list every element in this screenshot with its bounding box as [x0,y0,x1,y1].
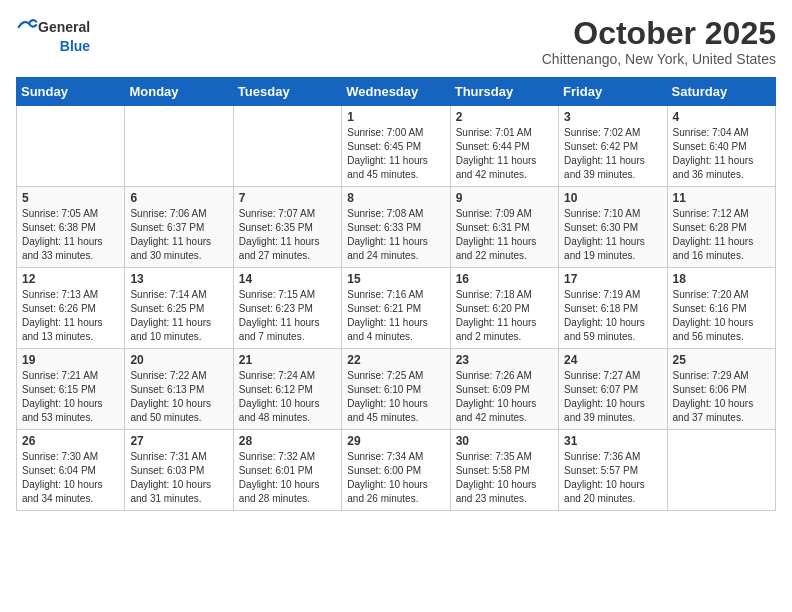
day-number: 31 [564,434,661,448]
calendar-cell: 24Sunrise: 7:27 AM Sunset: 6:07 PM Dayli… [559,349,667,430]
calendar-cell [125,106,233,187]
calendar-cell: 25Sunrise: 7:29 AM Sunset: 6:06 PM Dayli… [667,349,775,430]
day-number: 14 [239,272,336,286]
day-info: Sunrise: 7:10 AM Sunset: 6:30 PM Dayligh… [564,207,661,263]
day-number: 20 [130,353,227,367]
calendar-cell: 31Sunrise: 7:36 AM Sunset: 5:57 PM Dayli… [559,430,667,511]
day-number: 18 [673,272,770,286]
calendar-cell: 21Sunrise: 7:24 AM Sunset: 6:12 PM Dayli… [233,349,341,430]
day-number: 4 [673,110,770,124]
day-info: Sunrise: 7:00 AM Sunset: 6:45 PM Dayligh… [347,126,444,182]
day-info: Sunrise: 7:21 AM Sunset: 6:15 PM Dayligh… [22,369,119,425]
day-info: Sunrise: 7:12 AM Sunset: 6:28 PM Dayligh… [673,207,770,263]
day-number: 24 [564,353,661,367]
day-info: Sunrise: 7:01 AM Sunset: 6:44 PM Dayligh… [456,126,553,182]
logo-icon [16,16,38,38]
day-info: Sunrise: 7:29 AM Sunset: 6:06 PM Dayligh… [673,369,770,425]
day-info: Sunrise: 7:19 AM Sunset: 6:18 PM Dayligh… [564,288,661,344]
day-info: Sunrise: 7:05 AM Sunset: 6:38 PM Dayligh… [22,207,119,263]
calendar-cell: 29Sunrise: 7:34 AM Sunset: 6:00 PM Dayli… [342,430,450,511]
weekday-header: Friday [559,78,667,106]
day-info: Sunrise: 7:14 AM Sunset: 6:25 PM Dayligh… [130,288,227,344]
day-info: Sunrise: 7:20 AM Sunset: 6:16 PM Dayligh… [673,288,770,344]
calendar-cell: 1Sunrise: 7:00 AM Sunset: 6:45 PM Daylig… [342,106,450,187]
day-info: Sunrise: 7:07 AM Sunset: 6:35 PM Dayligh… [239,207,336,263]
day-number: 28 [239,434,336,448]
calendar-cell: 30Sunrise: 7:35 AM Sunset: 5:58 PM Dayli… [450,430,558,511]
calendar-week-row: 5Sunrise: 7:05 AM Sunset: 6:38 PM Daylig… [17,187,776,268]
calendar-cell: 5Sunrise: 7:05 AM Sunset: 6:38 PM Daylig… [17,187,125,268]
calendar-cell: 14Sunrise: 7:15 AM Sunset: 6:23 PM Dayli… [233,268,341,349]
calendar-cell [667,430,775,511]
day-info: Sunrise: 7:15 AM Sunset: 6:23 PM Dayligh… [239,288,336,344]
title-area: October 2025 Chittenango, New York, Unit… [542,16,776,67]
day-number: 13 [130,272,227,286]
calendar-table: SundayMondayTuesdayWednesdayThursdayFrid… [16,77,776,511]
calendar-cell: 19Sunrise: 7:21 AM Sunset: 6:15 PM Dayli… [17,349,125,430]
day-number: 29 [347,434,444,448]
day-number: 26 [22,434,119,448]
day-info: Sunrise: 7:35 AM Sunset: 5:58 PM Dayligh… [456,450,553,506]
day-number: 30 [456,434,553,448]
day-number: 3 [564,110,661,124]
day-number: 19 [22,353,119,367]
weekday-header: Monday [125,78,233,106]
calendar-cell: 3Sunrise: 7:02 AM Sunset: 6:42 PM Daylig… [559,106,667,187]
weekday-header: Tuesday [233,78,341,106]
calendar-cell [233,106,341,187]
day-info: Sunrise: 7:02 AM Sunset: 6:42 PM Dayligh… [564,126,661,182]
calendar-cell: 20Sunrise: 7:22 AM Sunset: 6:13 PM Dayli… [125,349,233,430]
calendar-cell: 6Sunrise: 7:06 AM Sunset: 6:37 PM Daylig… [125,187,233,268]
calendar-cell: 12Sunrise: 7:13 AM Sunset: 6:26 PM Dayli… [17,268,125,349]
weekday-header: Thursday [450,78,558,106]
day-info: Sunrise: 7:08 AM Sunset: 6:33 PM Dayligh… [347,207,444,263]
calendar-cell: 22Sunrise: 7:25 AM Sunset: 6:10 PM Dayli… [342,349,450,430]
calendar-cell: 28Sunrise: 7:32 AM Sunset: 6:01 PM Dayli… [233,430,341,511]
calendar-cell [17,106,125,187]
day-number: 10 [564,191,661,205]
calendar-cell: 9Sunrise: 7:09 AM Sunset: 6:31 PM Daylig… [450,187,558,268]
day-number: 5 [22,191,119,205]
day-info: Sunrise: 7:22 AM Sunset: 6:13 PM Dayligh… [130,369,227,425]
day-info: Sunrise: 7:06 AM Sunset: 6:37 PM Dayligh… [130,207,227,263]
calendar-cell: 16Sunrise: 7:18 AM Sunset: 6:20 PM Dayli… [450,268,558,349]
page-header: General Blue October 2025 Chittenango, N… [16,16,776,67]
calendar-cell: 8Sunrise: 7:08 AM Sunset: 6:33 PM Daylig… [342,187,450,268]
calendar-week-row: 1Sunrise: 7:00 AM Sunset: 6:45 PM Daylig… [17,106,776,187]
day-info: Sunrise: 7:26 AM Sunset: 6:09 PM Dayligh… [456,369,553,425]
logo-blue: Blue [60,38,90,54]
weekday-header: Sunday [17,78,125,106]
calendar-cell: 13Sunrise: 7:14 AM Sunset: 6:25 PM Dayli… [125,268,233,349]
day-number: 15 [347,272,444,286]
calendar-cell: 11Sunrise: 7:12 AM Sunset: 6:28 PM Dayli… [667,187,775,268]
calendar-cell: 2Sunrise: 7:01 AM Sunset: 6:44 PM Daylig… [450,106,558,187]
calendar-cell: 4Sunrise: 7:04 AM Sunset: 6:40 PM Daylig… [667,106,775,187]
calendar-week-row: 19Sunrise: 7:21 AM Sunset: 6:15 PM Dayli… [17,349,776,430]
day-info: Sunrise: 7:34 AM Sunset: 6:00 PM Dayligh… [347,450,444,506]
day-info: Sunrise: 7:25 AM Sunset: 6:10 PM Dayligh… [347,369,444,425]
day-number: 11 [673,191,770,205]
day-info: Sunrise: 7:24 AM Sunset: 6:12 PM Dayligh… [239,369,336,425]
day-info: Sunrise: 7:04 AM Sunset: 6:40 PM Dayligh… [673,126,770,182]
day-info: Sunrise: 7:31 AM Sunset: 6:03 PM Dayligh… [130,450,227,506]
day-number: 12 [22,272,119,286]
day-info: Sunrise: 7:13 AM Sunset: 6:26 PM Dayligh… [22,288,119,344]
calendar-cell: 26Sunrise: 7:30 AM Sunset: 6:04 PM Dayli… [17,430,125,511]
location: Chittenango, New York, United States [542,51,776,67]
calendar-cell: 10Sunrise: 7:10 AM Sunset: 6:30 PM Dayli… [559,187,667,268]
calendar-cell: 18Sunrise: 7:20 AM Sunset: 6:16 PM Dayli… [667,268,775,349]
day-info: Sunrise: 7:36 AM Sunset: 5:57 PM Dayligh… [564,450,661,506]
day-info: Sunrise: 7:18 AM Sunset: 6:20 PM Dayligh… [456,288,553,344]
day-number: 25 [673,353,770,367]
day-info: Sunrise: 7:09 AM Sunset: 6:31 PM Dayligh… [456,207,553,263]
day-number: 22 [347,353,444,367]
day-info: Sunrise: 7:30 AM Sunset: 6:04 PM Dayligh… [22,450,119,506]
day-number: 1 [347,110,444,124]
day-number: 17 [564,272,661,286]
day-number: 8 [347,191,444,205]
calendar-week-row: 12Sunrise: 7:13 AM Sunset: 6:26 PM Dayli… [17,268,776,349]
day-number: 21 [239,353,336,367]
day-number: 27 [130,434,227,448]
calendar-cell: 27Sunrise: 7:31 AM Sunset: 6:03 PM Dayli… [125,430,233,511]
weekday-header: Wednesday [342,78,450,106]
